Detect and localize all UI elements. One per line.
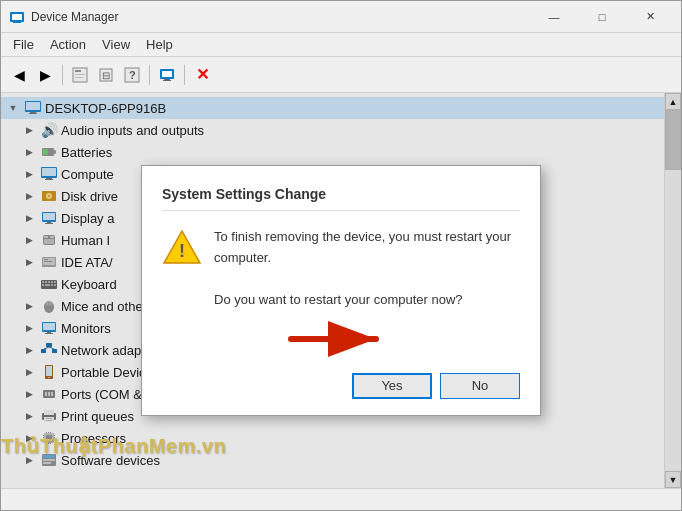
dialog-body: ! To finish removing the device, you mus… bbox=[162, 227, 520, 310]
svg-text:⊟: ⊟ bbox=[102, 70, 110, 81]
minimize-button[interactable]: — bbox=[531, 2, 577, 32]
svg-rect-13 bbox=[162, 71, 172, 77]
toolbar: ◀ ▶ ⊟ ? ✕ bbox=[1, 57, 681, 93]
dialog-buttons: Yes No bbox=[162, 373, 520, 399]
no-button[interactable]: No bbox=[440, 373, 520, 399]
content-area: ▼ DESKTOP-6PP916B ▶ 🔊 Audio inputs and o… bbox=[1, 93, 681, 488]
svg-rect-14 bbox=[164, 79, 170, 80]
close-button[interactable]: ✕ bbox=[627, 2, 673, 32]
computer-button[interactable] bbox=[155, 63, 179, 87]
back-button[interactable]: ◀ bbox=[7, 63, 31, 87]
svg-rect-5 bbox=[75, 70, 81, 72]
yes-button[interactable]: Yes bbox=[352, 373, 432, 399]
properties-button[interactable] bbox=[68, 63, 92, 87]
menu-action[interactable]: Action bbox=[42, 35, 94, 54]
dialog-overlay: System Settings Change ! To finish remov… bbox=[1, 93, 681, 488]
svg-text:!: ! bbox=[179, 241, 185, 261]
system-settings-dialog: System Settings Change ! To finish remov… bbox=[141, 165, 541, 415]
dialog-line1: To finish removing the device, you must … bbox=[214, 227, 520, 269]
toolbar-separator-3 bbox=[184, 65, 185, 85]
maximize-button[interactable]: □ bbox=[579, 2, 625, 32]
device-manager-window: Device Manager — □ ✕ File Action View He… bbox=[0, 0, 682, 511]
warning-icon: ! bbox=[162, 227, 202, 267]
title-bar: Device Manager — □ ✕ bbox=[1, 1, 681, 33]
arrow-svg bbox=[281, 321, 401, 357]
window-title: Device Manager bbox=[31, 10, 531, 24]
window-controls: — □ ✕ bbox=[531, 2, 673, 32]
forward-button[interactable]: ▶ bbox=[33, 63, 57, 87]
menu-bar: File Action View Help bbox=[1, 33, 681, 57]
menu-help[interactable]: Help bbox=[138, 35, 181, 54]
dialog-line2: Do you want to restart your computer now… bbox=[214, 290, 520, 311]
dialog-arrow bbox=[162, 321, 520, 357]
svg-rect-3 bbox=[13, 22, 21, 23]
toolbar-separator-2 bbox=[149, 65, 150, 85]
help-button[interactable]: ? bbox=[120, 63, 144, 87]
toolbar-separator-1 bbox=[62, 65, 63, 85]
svg-rect-6 bbox=[75, 74, 85, 75]
svg-rect-7 bbox=[75, 77, 83, 78]
dialog-message: To finish removing the device, you must … bbox=[214, 227, 520, 310]
menu-view[interactable]: View bbox=[94, 35, 138, 54]
svg-rect-1 bbox=[12, 14, 22, 20]
status-bar bbox=[1, 488, 681, 510]
update-driver-button[interactable]: ⊟ bbox=[94, 63, 118, 87]
window-icon bbox=[9, 9, 25, 25]
uninstall-button[interactable]: ✕ bbox=[190, 63, 214, 87]
svg-rect-2 bbox=[14, 21, 20, 22]
dialog-title: System Settings Change bbox=[162, 186, 520, 211]
menu-file[interactable]: File bbox=[5, 35, 42, 54]
svg-rect-15 bbox=[163, 80, 171, 81]
svg-text:?: ? bbox=[129, 69, 136, 81]
